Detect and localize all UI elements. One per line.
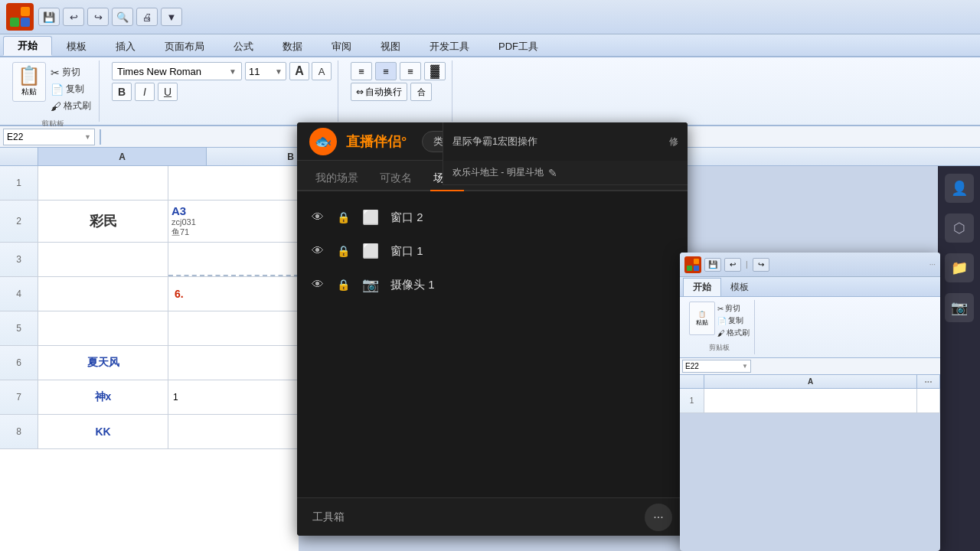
right-icon-user[interactable]: 👤: [945, 174, 974, 203]
mini-cell-extra: [917, 389, 940, 412]
mini-spreadsheet-body: 1: [680, 389, 940, 413]
font-size-selector[interactable]: 11 ▼: [245, 62, 286, 80]
tab-pdf[interactable]: PDF工具: [484, 36, 553, 56]
mini-cell-reference-box[interactable]: E22 ▼: [682, 360, 751, 373]
tab-developer[interactable]: 开发工具: [415, 36, 484, 56]
save-button[interactable]: 💾: [38, 8, 60, 26]
cell-b2[interactable]: A3 zcj031 鱼71: [168, 201, 299, 242]
font-name-selector[interactable]: Times New Roman ▼: [112, 62, 242, 80]
mini-paste-icon: 📋: [698, 311, 706, 318]
print-button[interactable]: 🖨: [136, 8, 158, 26]
bold-button[interactable]: B: [112, 83, 132, 101]
mini-cut-button[interactable]: ✂ 剪切: [717, 303, 750, 314]
tab-data[interactable]: 数据: [268, 36, 317, 56]
merge-button[interactable]: 合: [410, 83, 432, 101]
mini-more-button[interactable]: ···: [929, 260, 936, 269]
list-item[interactable]: 👁 🔒 📷 摄像头 1: [297, 268, 688, 302]
tab-review[interactable]: 审阅: [317, 36, 366, 56]
mini-tab-template[interactable]: 模板: [721, 279, 758, 296]
list-item[interactable]: 👁 🔒 ⬜ 窗口 1: [297, 234, 688, 268]
cell-a5[interactable]: [38, 311, 168, 345]
lock-icon[interactable]: 🔒: [335, 210, 351, 225]
cell-b5[interactable]: [168, 311, 299, 345]
cell-a4[interactable]: [38, 277, 168, 311]
cell-b3[interactable]: [168, 243, 299, 276]
window-icon: ⬜: [360, 207, 381, 228]
obs-edit-button[interactable]: 修: [669, 135, 678, 148]
paste-button[interactable]: 📋 粘贴: [12, 62, 46, 102]
list-item[interactable]: 👁 🔒 ⬜ 窗口 2: [297, 201, 688, 234]
col-header-a[interactable]: A: [38, 148, 207, 165]
wrap-text-button[interactable]: ⇔ 自动换行: [351, 83, 407, 101]
cell-a1[interactable]: [38, 166, 168, 200]
obs-logo-icon: 🐟: [315, 133, 332, 150]
mini-undo-button[interactable]: ↩: [724, 258, 741, 272]
dropdown-button[interactable]: ▼: [161, 8, 182, 26]
tab-formula[interactable]: 公式: [219, 36, 268, 56]
obs-more-button[interactable]: ···: [645, 504, 672, 531]
table-row: 1: [0, 166, 299, 201]
tab-insert[interactable]: 插入: [101, 36, 150, 56]
mini-separator: |: [746, 260, 748, 269]
mini-copy-button[interactable]: 📄 复制: [717, 315, 750, 326]
mini-row-num-header: [680, 375, 704, 388]
right-icon-box[interactable]: ⬡: [945, 214, 974, 243]
right-icon-camera[interactable]: 📷: [945, 293, 974, 322]
align-center-button[interactable]: ≡: [375, 62, 397, 80]
cell-b7[interactable]: 1: [168, 380, 299, 414]
tab-template[interactable]: 模板: [52, 36, 101, 56]
undo-button[interactable]: ↩: [63, 8, 84, 26]
fill-color-button[interactable]: ▓: [424, 62, 446, 80]
mini-save-button[interactable]: 💾: [704, 258, 721, 272]
mini-format-painter-button[interactable]: 🖌 格式刷: [717, 328, 750, 338]
mini-copy-icon: 📄: [717, 317, 727, 325]
align-left-button[interactable]: ≡: [351, 62, 372, 80]
cell-b4[interactable]: 6.: [168, 277, 299, 311]
cut-button[interactable]: ✂ 剪切: [49, 65, 93, 80]
font-size-increase-button[interactable]: A: [289, 62, 309, 80]
tab-page-layout[interactable]: 页面布局: [150, 36, 219, 56]
eye-icon[interactable]: 👁: [309, 276, 326, 293]
tab-start[interactable]: 开始: [3, 36, 52, 56]
table-row: 4 6.: [0, 277, 299, 311]
spreadsheet-body: 1 2 彩民 A3 zcj031 鱼71 3 4 6. 5: [0, 166, 299, 551]
eye-icon[interactable]: 👁: [309, 209, 326, 226]
mini-more-cols: ···: [917, 375, 940, 388]
mini-col-header-a[interactable]: A: [704, 375, 917, 388]
right-icon-folder[interactable]: 📁: [945, 253, 974, 282]
format-painter-button[interactable]: 🖌 格式刷: [49, 99, 93, 113]
font-size-decrease-button[interactable]: A: [312, 62, 332, 80]
preview-button[interactable]: 🔍: [112, 8, 133, 26]
cell-a2[interactable]: 彩民: [38, 201, 168, 242]
mini-redo-button[interactable]: ↪: [753, 258, 769, 272]
obs-scene-list: 👁 🔒 ⬜ 窗口 2 👁 🔒 ⬜ 窗口 1 👁 🔒 📷 摄像头 1: [297, 191, 688, 497]
obs-subtitle-edit-icon[interactable]: ✎: [548, 167, 557, 179]
eye-icon[interactable]: 👁: [309, 243, 326, 259]
table-row: 5: [0, 311, 299, 346]
mini-tab-start[interactable]: 开始: [683, 278, 721, 296]
tab-view[interactable]: 视图: [366, 36, 415, 56]
obs-logo: 🐟: [309, 128, 337, 155]
cell-a6[interactable]: 夏天风: [38, 346, 168, 380]
cell-b8[interactable]: [168, 415, 299, 448]
cell-reference-box[interactable]: E22 ▼: [3, 129, 95, 145]
lock-icon[interactable]: 🔒: [335, 277, 351, 292]
mini-cell-a1[interactable]: [704, 389, 917, 412]
font-size-dropdown-icon: ▼: [275, 67, 283, 76]
cell-a3[interactable]: [38, 243, 168, 276]
copy-button[interactable]: 📄 复制: [49, 82, 93, 96]
lock-icon[interactable]: 🔒: [335, 243, 351, 259]
obs-tab-myscenes[interactable]: 我的场景: [312, 167, 361, 191]
underline-button[interactable]: U: [158, 83, 178, 101]
obs-tab-renameable[interactable]: 可改名: [377, 167, 415, 191]
font-dropdown-icon: ▼: [229, 67, 237, 76]
redo-button[interactable]: ↪: [87, 8, 109, 26]
cell-a7[interactable]: 神x: [38, 380, 168, 414]
italic-button[interactable]: I: [135, 83, 155, 101]
cell-a8[interactable]: KK: [38, 415, 168, 448]
align-right-button[interactable]: ≡: [400, 62, 421, 80]
cell-b6[interactable]: [168, 346, 299, 380]
mini-paste-button[interactable]: 📋 粘贴: [689, 302, 715, 335]
cell-b1[interactable]: [168, 166, 299, 200]
obs-toolbox-label[interactable]: 工具箱: [312, 510, 345, 524]
